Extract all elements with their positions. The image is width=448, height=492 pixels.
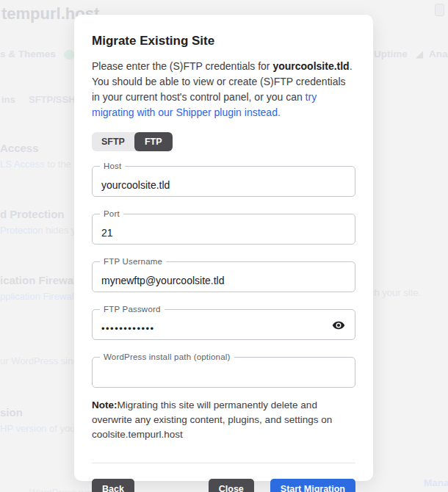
- modal-footer: Back Close Start Migration: [92, 479, 355, 492]
- background-right-text: ch your site.: [369, 287, 421, 298]
- section-heading-version: sion: [0, 406, 23, 419]
- start-migration-button[interactable]: Start Migration: [270, 479, 355, 492]
- host-field-label: Host: [100, 162, 125, 170]
- tab-analytics[interactable]: Analyt: [429, 48, 448, 59]
- port-field-label: Port: [100, 209, 123, 218]
- tab-uptime[interactable]: Uptime: [374, 48, 408, 59]
- ftp-password-field-label: FTP Password: [100, 305, 165, 314]
- wordpress-single-text: ur WordPress single: [0, 355, 86, 366]
- desc-part1: Please enter the (S)FTP credentials for: [92, 60, 272, 72]
- protection-link[interactable]: Protection: [0, 225, 43, 236]
- close-button[interactable]: Close: [209, 479, 254, 492]
- note-label: Note:: [92, 399, 118, 410]
- port-input[interactable]: [93, 214, 355, 244]
- toggle-sftp-button[interactable]: SFTP: [92, 132, 134, 151]
- migration-note: Note:Migrating this site will permanentl…: [92, 398, 355, 442]
- modal-description: Please enter the (S)FTP credentials for …: [92, 59, 355, 120]
- access-link[interactable]: LS Access: [0, 159, 45, 170]
- analytics-chart-icon: ◢: [416, 48, 423, 59]
- eye-icon: [332, 319, 345, 332]
- ftp-username-field-label: FTP Username: [100, 257, 166, 266]
- ftp-username-input[interactable]: [93, 262, 355, 292]
- modal-title: Migrate Existing Site: [92, 34, 355, 48]
- section-heading-protection: d Protection: [0, 208, 65, 220]
- ftp-password-input[interactable]: [93, 310, 355, 339]
- php-version-link[interactable]: HP version: [0, 423, 46, 434]
- host-field: Host: [92, 166, 355, 197]
- leaf-icon: [64, 50, 75, 59]
- tab-sftp-ssh[interactable]: SFTP/SSH: [29, 94, 76, 105]
- migrate-existing-site-modal: Migrate Existing Site Please enter the (…: [74, 15, 373, 481]
- ftp-password-field: FTP Password: [92, 309, 355, 340]
- section-heading-firewall: ication Firewall: [0, 274, 79, 286]
- wordpress-path-field: WordPress install path (optional): [92, 357, 355, 388]
- ftp-username-field: FTP Username: [92, 261, 355, 292]
- toggle-password-visibility-button[interactable]: [332, 318, 347, 333]
- tab-plugins-themes[interactable]: s & Themes: [0, 48, 56, 59]
- section-heading-access: Access: [0, 142, 39, 154]
- wordpress-path-input[interactable]: [93, 358, 355, 387]
- wordpress-path-field-label: WordPress install path (optional): [100, 352, 234, 361]
- protocol-toggle: SFTP FTP: [92, 132, 173, 151]
- toggle-ftp-button[interactable]: FTP: [134, 132, 173, 151]
- back-button[interactable]: Back: [92, 479, 134, 492]
- desc-domain: yourcoolsite.tld: [272, 60, 349, 72]
- tab-domains[interactable]: ins: [1, 94, 15, 105]
- host-input[interactable]: [93, 167, 355, 196]
- port-field: Port: [92, 214, 355, 245]
- notification-badge-icon: [435, 4, 444, 16]
- manage-link[interactable]: Mana: [424, 477, 448, 488]
- note-text: Migrating this site will permanently del…: [92, 399, 332, 440]
- footer-divider: [92, 463, 355, 463]
